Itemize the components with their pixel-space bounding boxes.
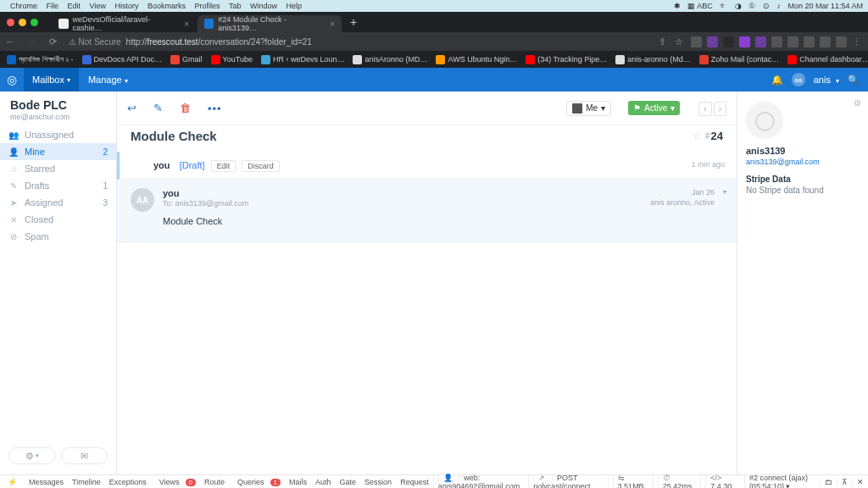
url-field[interactable]: http://freescout.test/conversation/24?fo… xyxy=(126,37,659,47)
close-icon[interactable] xyxy=(7,19,14,26)
sidebar-folder[interactable]: ✕Closed xyxy=(0,211,116,228)
tab-close-icon[interactable]: × xyxy=(330,19,335,29)
status-picker[interactable]: ⚑Active▾ xyxy=(628,101,680,115)
zoom-icon[interactable] xyxy=(31,19,38,26)
dbg-tab[interactable]: Route xyxy=(200,478,229,486)
ext-icon[interactable] xyxy=(723,36,734,47)
site-icon xyxy=(82,55,92,64)
message-item[interactable]: AA you To: anis3139@gmail.com Module Che… xyxy=(117,180,737,242)
chrome-menu-icon[interactable]: ⋮ xyxy=(852,36,863,47)
dbg-tab[interactable]: Messages xyxy=(25,478,68,486)
menu-app[interactable]: Chrome xyxy=(10,2,37,10)
dbg-tab[interactable]: Auth xyxy=(311,478,336,486)
ext-icon[interactable] xyxy=(755,36,766,47)
mailbox-menu[interactable]: Mailbox▾ xyxy=(24,68,79,92)
bookmark-item[interactable]: HR ‹ weDevs Loun… xyxy=(261,55,345,64)
dbg-folder-icon[interactable]: 🗀 xyxy=(820,478,837,486)
manage-menu[interactable]: Manage▾ xyxy=(80,75,136,85)
sidebar-settings-button[interactable]: ⚙▾ xyxy=(8,447,56,464)
tab-close-icon[interactable]: × xyxy=(184,19,189,29)
status-icon: ⊙ xyxy=(763,2,770,10)
reload-button[interactable]: ⟳ xyxy=(44,36,62,47)
ext-icon[interactable] xyxy=(739,36,750,47)
bookmark-item[interactable]: Gmail xyxy=(170,55,203,64)
ext-icon[interactable] xyxy=(771,36,782,47)
ext-icon[interactable] xyxy=(820,36,831,47)
bookmark-item[interactable]: anis-aronno (Md… xyxy=(615,55,691,64)
dbg-tab[interactable]: Timeline xyxy=(68,478,105,486)
next-button[interactable]: › xyxy=(714,102,726,116)
ext-icon[interactable] xyxy=(707,36,718,47)
dbg-tab[interactable]: Queries1 xyxy=(229,478,285,486)
bookmark-item[interactable]: YouTube xyxy=(211,55,253,64)
sidebar-folder[interactable]: ⊘Spam xyxy=(0,228,116,245)
dbg-request-picker[interactable]: #2 connect (ajax) (05:54:10) ▾ xyxy=(744,474,820,489)
folder-label: Assigned xyxy=(25,197,97,208)
dbg-close-icon[interactable]: ✕ xyxy=(852,478,868,486)
bookmark-item[interactable]: প্রাথমিক শিক্ষাধীন ২ - xyxy=(7,55,74,64)
assignee-picker[interactable]: Me▾ xyxy=(566,101,611,116)
dbg-tab[interactable]: Mails xyxy=(285,478,311,486)
bookmark-item[interactable]: Zoho Mail (contac… xyxy=(699,55,780,64)
sidebar-folder[interactable]: ☆Starred xyxy=(0,160,116,177)
dbg-tab[interactable]: Gate xyxy=(336,478,361,486)
gear-icon[interactable]: ⚙ xyxy=(854,98,861,108)
browser-tab[interactable]: weDevsOfficial/laravel-cashie… × xyxy=(52,15,196,32)
star-icon[interactable]: ☆ xyxy=(693,130,702,142)
draft-row[interactable]: you [Draft] Edit Discard 1 min ago xyxy=(117,152,737,180)
menu-profiles[interactable]: Profiles xyxy=(195,2,220,10)
ext-icon[interactable] xyxy=(836,36,847,47)
sidebar-folder[interactable]: 👥Unassigned xyxy=(0,126,116,143)
menu-tab[interactable]: Tab xyxy=(229,2,242,10)
delete-button[interactable]: 🗑 xyxy=(180,102,191,114)
ext-icon[interactable] xyxy=(804,36,815,47)
menu-help[interactable]: Help xyxy=(286,2,302,10)
minimize-icon[interactable] xyxy=(19,19,26,26)
bookmark-item[interactable]: DevDocs API Doc… xyxy=(82,55,163,64)
dbg-tab[interactable]: Exceptions xyxy=(105,478,151,486)
search-icon[interactable]: 🔍 xyxy=(848,75,860,86)
bookmark-item[interactable]: AWS Ubuntu Ngin… xyxy=(436,55,517,64)
browser-tab[interactable]: #24 Module Check - anis3139… × xyxy=(198,15,342,32)
bookmark-item[interactable]: Channel dashboar… xyxy=(787,55,868,64)
customer-email[interactable]: anis3139@gmail.com xyxy=(746,158,860,166)
dbg-tab[interactable]: Session xyxy=(360,478,396,486)
prev-button[interactable]: ‹ xyxy=(698,102,711,116)
forward-button[interactable]: → xyxy=(22,36,42,47)
sidebar-folder[interactable]: ➤Assigned3 xyxy=(0,194,116,211)
draft-discard-button[interactable]: Discard xyxy=(242,160,280,172)
more-actions-button[interactable]: ••• xyxy=(208,102,222,114)
dbg-stat: 👤 web: anis904692@gmail.com xyxy=(433,474,529,489)
menu-bookmarks[interactable]: Bookmarks xyxy=(147,2,186,10)
user-menu[interactable]: anis ▾ xyxy=(814,75,839,85)
chevron-down-icon[interactable]: ▾ xyxy=(723,188,726,196)
dbg-tab[interactable]: Views0 xyxy=(151,478,200,486)
app-logo-icon[interactable]: ◎ xyxy=(0,73,24,86)
debugbar-icon[interactable]: ⚡ xyxy=(3,478,21,486)
not-secure-badge[interactable]: ⚠Not Secure xyxy=(69,37,121,47)
menu-file[interactable]: File xyxy=(47,2,59,10)
sidebar-folder[interactable]: 👤Mine2 xyxy=(0,143,116,160)
bookmark-item[interactable]: anisAronno (MD… xyxy=(353,55,427,64)
ext-icon[interactable] xyxy=(691,36,702,47)
menu-history[interactable]: History xyxy=(114,2,138,10)
github-icon xyxy=(353,55,362,64)
dbg-tab[interactable]: Request xyxy=(396,478,433,486)
sidebar-compose-button[interactable]: ✉ xyxy=(61,447,108,464)
ext-icon[interactable] xyxy=(787,36,798,47)
menu-window[interactable]: Window xyxy=(250,2,277,10)
bookmark-star-icon[interactable]: ☆ xyxy=(675,36,686,47)
reply-button[interactable]: ↩ xyxy=(127,102,136,114)
menu-view[interactable]: View xyxy=(90,2,106,10)
back-button[interactable]: ← xyxy=(0,36,19,47)
share-icon[interactable]: ⇪ xyxy=(659,36,670,47)
notifications-icon[interactable]: 🔔 xyxy=(771,75,783,86)
menu-edit[interactable]: Edit xyxy=(68,2,81,10)
bookmark-item[interactable]: (34) Tracking Pipe… xyxy=(526,55,607,64)
draft-edit-button[interactable]: Edit xyxy=(211,160,236,172)
new-tab-button[interactable]: + xyxy=(343,15,364,29)
note-button[interactable]: ✎ xyxy=(153,102,163,114)
window-controls[interactable] xyxy=(7,19,38,26)
dbg-minimize-icon[interactable]: ⊼ xyxy=(837,478,852,486)
sidebar-folder[interactable]: ✎Drafts1 xyxy=(0,177,116,194)
